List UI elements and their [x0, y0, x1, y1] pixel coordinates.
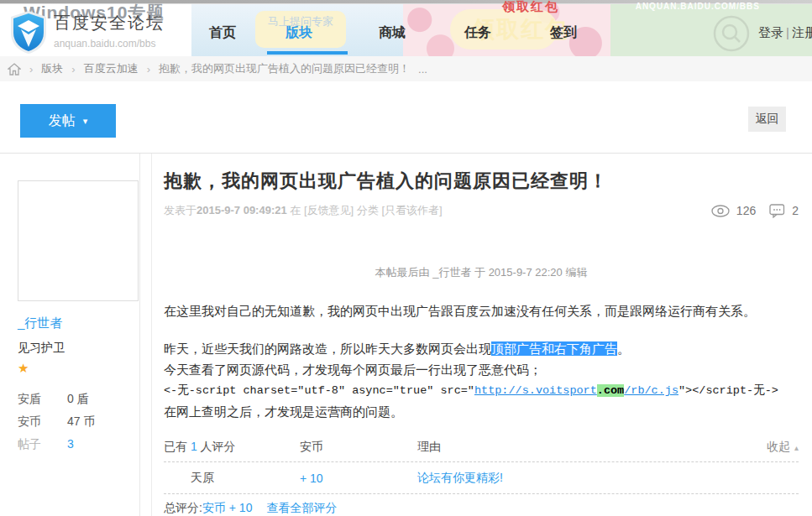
breadcrumb-forum[interactable]: 百度云加速 — [84, 61, 139, 76]
code-domain-highlight: .com — [597, 384, 624, 397]
site-title: 百度安全论坛 — [54, 12, 165, 34]
post-meta: 发表于2015-9-7 09:49:21 在 [反馈意见] 分类 [只看该作者] — [164, 203, 443, 218]
post-paragraph: 今天查看了网页源代码，才发现每个网页最后一行出现了恶意代码； — [164, 359, 799, 380]
rating-coin: + 10 — [300, 472, 417, 485]
rating-header: 已有 1 人评分 安币 理由 收起 ▴ — [164, 433, 799, 461]
nav-home[interactable]: 首页 — [209, 24, 236, 42]
auth-divider: | — [786, 25, 789, 39]
total-value: 安币 + 10 — [202, 501, 253, 516]
comment-icon — [769, 204, 785, 218]
stat-row-posts: 帖子 3 — [18, 437, 139, 452]
text-run: 。 — [617, 341, 630, 356]
stat-value: 47 币 — [67, 414, 95, 430]
malicious-code-line: <-无-script charset="utf-8" async="true" … — [164, 380, 799, 401]
chevron-separator-icon: › — [71, 63, 75, 76]
total-label: 总评分: — [164, 501, 202, 516]
new-post-label: 发帖 — [49, 112, 76, 130]
auth-links: 登录|注册 — [758, 25, 812, 41]
url-watermark: ANQUAN.BAIDU.COM/BBS — [636, 2, 760, 11]
code-url-link[interactable]: http://s.voitsport — [474, 384, 597, 397]
author-username[interactable]: _行世者 — [18, 315, 139, 331]
stat-value-posts-link[interactable]: 3 — [67, 437, 74, 452]
post-paragraph: 在这里我对自己的无知道歉，我的网页中出现广告跟百度云加速没有任何关系，而是跟网络… — [164, 300, 799, 321]
shield-logo-icon — [8, 10, 49, 55]
code-text: "></script-无-> — [678, 384, 778, 397]
code-url-link[interactable]: /rb/c.js — [624, 384, 678, 397]
stat-label: 帖子 — [18, 437, 67, 452]
stat-label: 安盾 — [18, 392, 67, 407]
rating-count: 1 — [191, 440, 197, 453]
view-all-ratings-link[interactable]: 查看全部评分 — [266, 501, 337, 516]
login-link[interactable]: 登录 — [758, 25, 783, 39]
active-tab-underline — [267, 51, 348, 55]
reason-column-header: 理由 — [417, 440, 767, 455]
new-post-button[interactable]: 发帖 ▾ — [20, 104, 116, 138]
post-main: 抱歉，我的网页出现广告植入的问题原因已经查明！ 发表于2015-9-7 09:4… — [151, 154, 812, 516]
rating-row: 天原 + 10 论坛有你更精彩! — [164, 462, 799, 493]
caret-up-icon: ▴ — [794, 443, 799, 452]
rating-section: 已有 1 人评分 安币 理由 收起 ▴ 天原 + 10 论坛有你更精彩! 总评分… — [164, 433, 799, 516]
text-run: 人评分 — [197, 440, 236, 453]
meta-prefix: 发表于 — [164, 204, 196, 216]
logo-text[interactable]: 百度安全论坛 anquan.baidu.com/bbs — [54, 12, 165, 50]
rating-count-cell: 已有 1 人评分 — [164, 440, 300, 455]
meta-author-filter-link[interactable]: [只看该作者] — [381, 204, 442, 216]
author-rank: 见习护卫 — [18, 341, 139, 356]
thread-toolbar: 发帖 ▾ 返回 — [0, 81, 812, 153]
meta-mid2: 分类 — [354, 204, 381, 216]
eye-icon — [711, 205, 730, 217]
site-header: Windows10专题 百度安全论坛 anquan.baidu.com/bbs … — [0, 4, 812, 56]
stat-value: 0 盾 — [67, 392, 89, 407]
post-counters: 126 2 — [711, 204, 799, 218]
back-button[interactable]: 返回 — [748, 107, 786, 132]
breadcrumb-sections[interactable]: 版块 — [41, 61, 63, 76]
breadcrumb-ellipsis: ... — [418, 63, 427, 76]
author-stats: 安盾 0 盾 安币 47 币 帖子 3 — [18, 392, 139, 452]
star-icon: ★ — [18, 361, 139, 376]
post-meta-row: 发表于2015-9-7 09:49:21 在 [反馈意见] 分类 [只看该作者]… — [164, 203, 799, 218]
author-sidebar: _行世者 见习护卫 ★ 安盾 0 盾 安币 47 币 帖子 3 — [0, 154, 140, 516]
comment-count: 2 — [792, 204, 799, 217]
view-count: 126 — [736, 204, 756, 217]
coin-column-header: 安币 — [300, 440, 417, 455]
chevron-separator-icon: › — [29, 63, 33, 76]
meta-mid: 在 — [287, 204, 304, 216]
post-paragraph: 在网上查明之后，才发现是运营商的问题。 — [164, 401, 799, 422]
chevron-separator-icon: › — [147, 63, 150, 76]
post-paragraph-block: 昨天，近些天我们的网路改造，所以昨天大多数网页会出现顶部广告和右下角广告。 今天… — [164, 338, 799, 422]
post-paragraph: 昨天，近些天我们的网路改造，所以昨天大多数网页会出现顶部广告和右下角广告。 — [164, 338, 799, 359]
nav-mall[interactable]: 商城 — [379, 24, 406, 42]
rating-user: 天原 — [164, 471, 300, 486]
collapse-button[interactable]: 收起 ▴ — [767, 440, 799, 455]
nav-sections-active[interactable]: 版块 — [286, 24, 312, 42]
home-icon[interactable] — [8, 63, 21, 76]
text-run: 已有 — [164, 440, 191, 453]
stat-row-coin: 安币 47 币 — [18, 414, 139, 430]
collapse-label: 收起 — [767, 440, 790, 455]
stat-label: 安币 — [18, 414, 67, 430]
redpacket-top-text: 领取红包 — [502, 0, 559, 15]
caret-down-icon: ▾ — [83, 116, 88, 127]
breadcrumb-topic: 抱歉，我的网页出现广告植入的问题原因已经查明！ — [159, 61, 410, 76]
thread-content: _行世者 见习护卫 ★ 安盾 0 盾 安币 47 币 帖子 3 抱歉，我的网页出… — [0, 153, 812, 516]
meta-category-link[interactable]: [反馈意见] — [304, 204, 354, 216]
stat-row-shield: 安盾 0 盾 — [18, 392, 139, 407]
rating-total-row: 总评分: 安币 + 10 查看全部评分 — [164, 494, 799, 516]
nav-signin[interactable]: 签到 — [550, 24, 577, 42]
meta-date: 2015-9-7 09:49:21 — [196, 204, 287, 216]
text-run: 昨天，近些天我们的网路改造，所以昨天大多数网页会出现 — [164, 341, 491, 356]
search-icon[interactable] — [712, 14, 751, 53]
selected-text-highlight: 顶部广告和右下角广告 — [491, 341, 617, 356]
register-link[interactable]: 注册 — [792, 25, 812, 39]
code-text: <-无-script charset="utf-8" async="true" … — [164, 384, 474, 397]
site-subtitle: anquan.baidu.com/bbs — [54, 38, 165, 50]
avatar[interactable] — [18, 180, 139, 301]
edit-note: 本帖最后由 _行世者 于 2015-9-7 22:20 编辑 — [164, 265, 799, 280]
post-title: 抱歉，我的网页出现广告植入的问题原因已经查明！ — [164, 169, 799, 194]
breadcrumb: › 版块 › 百度云加速 › 抱歉，我的网页出现广告植入的问题原因已经查明！ .… — [0, 56, 812, 81]
nav-tasks[interactable]: 任务 — [464, 24, 491, 42]
rating-reason: 论坛有你更精彩! — [417, 471, 799, 486]
